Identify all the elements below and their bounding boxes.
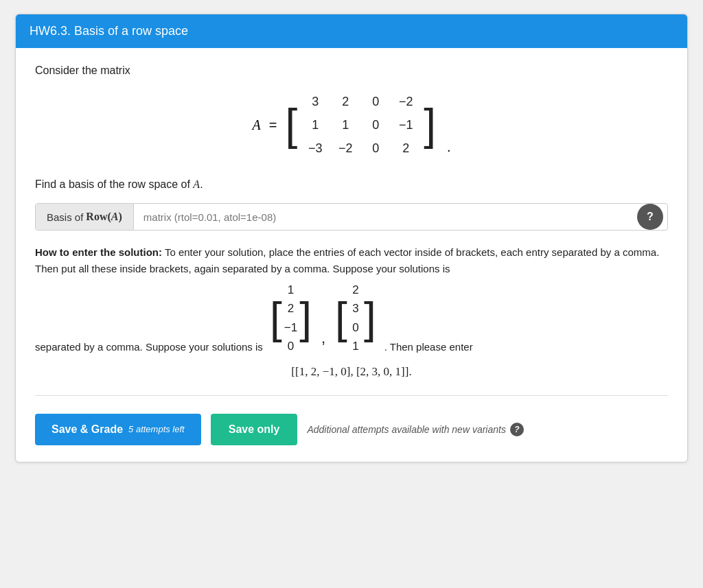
consider-text: Consider the matrix: [35, 64, 668, 77]
matrix-grid: 3 2 0 −2 1 1 0 −1 −3 −2 0 2: [300, 91, 421, 159]
save-only-label: Save only: [229, 423, 280, 435]
answer-input[interactable]: [134, 204, 633, 230]
cell-1-1: 1: [330, 118, 360, 132]
v2-e1: 2: [349, 281, 362, 299]
cell-2-0: −3: [300, 141, 330, 156]
bracket-right: ]: [424, 103, 436, 147]
how-to-line1: How to enter the solution: To enter your…: [35, 244, 668, 277]
save-grade-label: Save & Grade: [51, 423, 123, 436]
vector2-col: 2 3 0 1: [349, 281, 362, 355]
save-only-button[interactable]: Save only: [211, 414, 298, 445]
cell-0-3: −2: [391, 95, 421, 109]
cell-0-1: 2: [330, 95, 360, 109]
cell-2-3: 2: [391, 141, 421, 156]
card-body: Consider the matrix A = [ 3 2 0 −2 1 1 0: [16, 48, 687, 462]
separated-by-text: separated by a comma. Suppose your solut…: [35, 339, 266, 355]
solution-row: separated by a comma. Suppose your solut…: [35, 281, 668, 355]
cell-0-2: 0: [360, 95, 391, 109]
matrix-period: .: [447, 139, 451, 159]
input-label-prefix: Basis of: [47, 211, 83, 223]
vectors-comma: ,: [321, 326, 325, 355]
cell-2-1: −2: [330, 141, 360, 156]
attempts-label: 5 attempts left: [128, 424, 185, 434]
main-card: HW6.3. Basis of a row space Consider the…: [15, 14, 688, 462]
v2-e2: 3: [349, 300, 362, 318]
divider: [35, 395, 668, 396]
vector2-wrap: [ 2 3 0 1 ]: [335, 281, 376, 355]
v1-e2: 2: [284, 300, 297, 318]
input-label-bold: Row(A): [86, 211, 122, 223]
cell-2-2: 0: [360, 141, 391, 156]
cell-0-0: 3: [300, 95, 330, 109]
vector1-bracket-right: ]: [299, 296, 312, 340]
cell-1-0: 1: [300, 118, 330, 132]
vector1-wrap: [ 1 2 −1 0 ]: [270, 281, 312, 355]
additional-text-content: Additional attempts available with new v…: [307, 424, 506, 435]
vector1-col: 1 2 −1 0: [284, 281, 297, 355]
matrix-a-ref: A: [193, 178, 200, 190]
cell-1-2: 0: [360, 118, 391, 132]
example-answer-text: [[1, 2, −1, 0], [2, 3, 0, 1]].: [291, 362, 411, 381]
vector2-bracket-right: ]: [364, 296, 376, 340]
bracket-left: [: [285, 103, 297, 147]
v1-e4: 0: [284, 338, 297, 355]
cell-1-3: −1: [391, 118, 421, 132]
additional-help-icon[interactable]: ?: [510, 423, 524, 436]
answer-input-row: Basis of Row(A) ?: [35, 203, 668, 231]
v2-e4: 1: [349, 338, 362, 355]
input-help-button[interactable]: ?: [637, 204, 663, 230]
example-answer: [[1, 2, −1, 0], [2, 3, 0, 1]].: [35, 362, 668, 381]
how-to-section: How to enter the solution: To enter your…: [35, 244, 668, 381]
card-title: HW6.3. Basis of a row space: [30, 24, 188, 38]
vector2-bracket-left: [: [335, 296, 347, 340]
matrix-bracket-wrap: [ 3 2 0 −2 1 1 0 −1 −3 −2 0 2: [285, 91, 436, 159]
save-grade-button[interactable]: Save & Grade 5 attempts left: [35, 414, 201, 445]
footer-actions: Save & Grade 5 attempts left Save only A…: [35, 407, 668, 448]
find-text: Find a basis of the row space of A.: [35, 178, 668, 191]
then-enter-text: . Then please enter: [384, 339, 473, 355]
how-to-bold: How to enter the solution:: [35, 246, 162, 258]
additional-attempts-text: Additional attempts available with new v…: [307, 423, 524, 436]
matrix-label: A: [252, 117, 260, 133]
v1-e1: 1: [284, 281, 297, 299]
input-label-box: Basis of Row(A): [36, 204, 134, 230]
matrix-display: A = [ 3 2 0 −2 1 1 0 −1 −3 −2: [35, 91, 668, 159]
equals-sign: =: [269, 117, 277, 133]
vectors-display: [ 1 2 −1 0 ] , [ 2: [270, 281, 376, 355]
vector1-bracket-left: [: [270, 296, 282, 340]
v2-e3: 0: [349, 319, 362, 337]
card-header: HW6.3. Basis of a row space: [16, 14, 687, 48]
v1-e3: −1: [284, 319, 297, 337]
